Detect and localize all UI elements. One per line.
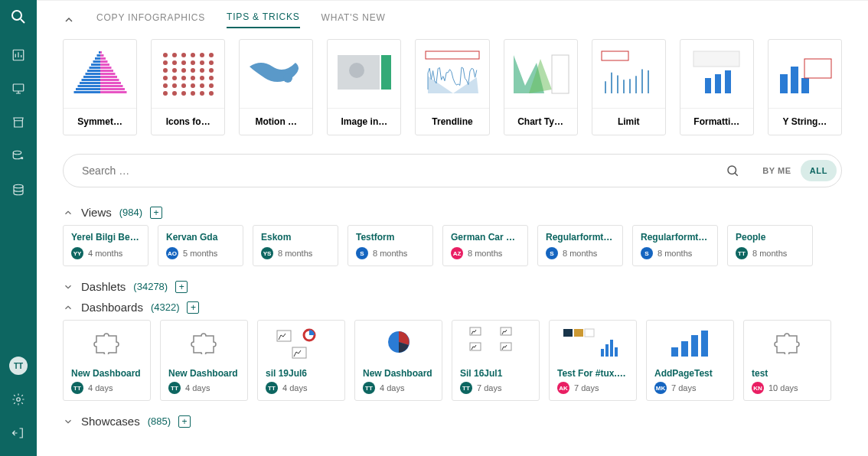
dashboard-title: Test For #tux.5… (557, 368, 628, 379)
tip-cards-row: Symmet…Icons fo…Motion …Image in…Trendli… (63, 39, 842, 135)
tip-card[interactable]: Motion … (239, 39, 313, 135)
dashboard-item[interactable]: sil 19Jul6TT4 days (257, 320, 345, 401)
svg-rect-87 (715, 74, 721, 93)
add-showcase-button[interactable]: + (178, 415, 191, 428)
avatar: AK (557, 382, 569, 394)
tip-thumb (504, 40, 577, 109)
nav-monitor-icon[interactable] (6, 77, 31, 101)
svg-rect-92 (804, 59, 831, 78)
chevron-down-icon[interactable] (63, 282, 73, 292)
avatar: S (641, 247, 653, 259)
nav-data-icon[interactable] (6, 144, 31, 168)
nav-store-icon[interactable] (6, 110, 31, 135)
tip-card[interactable]: Y String… (768, 39, 842, 135)
tip-card[interactable]: Formatti… (680, 39, 754, 135)
svg-rect-21 (100, 73, 116, 75)
svg-point-41 (172, 60, 177, 65)
view-item[interactable]: Regularformte…S8 months (537, 225, 623, 266)
search-input[interactable] (82, 164, 712, 177)
add-dashboard-button[interactable]: + (187, 301, 199, 314)
chevron-up-icon[interactable] (63, 302, 73, 313)
svg-rect-17 (100, 67, 112, 69)
svg-rect-26 (80, 82, 100, 84)
svg-rect-112 (701, 331, 708, 357)
svg-rect-14 (91, 64, 100, 66)
tip-card[interactable]: Trendline (415, 39, 489, 135)
avatar: TT (168, 382, 181, 394)
view-item[interactable]: TestformS8 months (348, 225, 433, 266)
dashboard-item[interactable]: New DashboardTT4 days (354, 320, 442, 401)
view-item[interactable]: Regularformte…S8 months (632, 225, 718, 266)
nav-database-icon[interactable] (6, 178, 31, 202)
view-item[interactable]: German Car Da…AZ8 months (442, 225, 528, 266)
tab-whats-new[interactable]: WHAT'S NEW (321, 12, 386, 28)
nav-dashboard-icon[interactable] (6, 43, 31, 67)
chevron-down-icon[interactable] (63, 416, 73, 427)
dashboard-thumb (64, 321, 150, 363)
svg-point-67 (191, 91, 195, 96)
dashboard-time: 7 days (671, 383, 696, 392)
dashboard-time: 10 days (768, 383, 798, 392)
filter-by-me[interactable]: BY ME (753, 160, 801, 181)
chevron-up-icon[interactable] (63, 207, 73, 218)
add-view-button[interactable]: + (150, 207, 162, 219)
svg-rect-88 (725, 70, 731, 93)
svg-point-38 (200, 53, 204, 57)
dashboard-item[interactable]: Test For #tux.5…AK7 days (549, 320, 637, 401)
dashboard-thumb (258, 321, 344, 363)
dashboard-item[interactable]: New DashboardTT4 days (63, 320, 151, 401)
avatar: MK (654, 382, 667, 394)
search-icon[interactable] (726, 164, 739, 178)
tip-card[interactable]: Image in… (327, 39, 401, 135)
svg-rect-89 (780, 74, 788, 93)
tab-tips-tricks[interactable]: TIPS & TRICKS (227, 11, 300, 28)
dashboard-item[interactable]: Sil 16Jul1TT7 days (452, 320, 540, 401)
view-item[interactable]: Yerel Bilgi Bele…YY4 months (63, 225, 148, 266)
svg-point-68 (200, 91, 204, 96)
tabs-row: COPY INFOGRAPHICS TIPS & TRICKS WHAT'S N… (63, 11, 842, 28)
view-time: 8 months (468, 249, 502, 258)
showcases-count: (885) (148, 415, 171, 427)
svg-rect-11 (100, 57, 106, 60)
dashboards-count: (4322) (151, 301, 180, 313)
logout-icon[interactable] (6, 421, 31, 445)
svg-rect-20 (85, 73, 100, 75)
settings-icon[interactable] (6, 387, 31, 412)
view-time: 5 months (183, 249, 217, 258)
svg-rect-72 (381, 55, 391, 90)
dashboard-item[interactable]: New DashboardTT4 days (160, 320, 248, 401)
showcases-title: Showcases (81, 415, 140, 428)
section-header-dashboards: Dashboards (4322) + (63, 301, 842, 314)
svg-point-69 (209, 91, 214, 96)
filter-all[interactable]: ALL (801, 160, 837, 181)
tip-card[interactable]: Chart Ty… (504, 39, 578, 135)
app-logo[interactable] (9, 8, 28, 26)
dashboard-item[interactable]: testKN10 days (743, 320, 831, 401)
dashboard-time: 7 days (477, 383, 501, 392)
svg-rect-7 (100, 51, 102, 54)
svg-point-45 (209, 60, 214, 65)
svg-rect-104 (585, 329, 594, 337)
tip-card[interactable]: Symmet… (63, 39, 137, 135)
svg-rect-105 (601, 349, 604, 357)
view-item[interactable]: Kervan GdaAO5 months (158, 225, 243, 266)
user-avatar-badge: TT (9, 357, 28, 375)
dashboard-item[interactable]: AddPageTestMK7 days (646, 320, 734, 401)
svg-rect-2 (13, 84, 24, 91)
collapse-tabs-icon[interactable] (63, 14, 75, 26)
avatar: YY (71, 247, 83, 259)
svg-point-66 (181, 91, 186, 96)
svg-rect-31 (100, 88, 125, 90)
svg-rect-86 (705, 78, 711, 93)
add-dashlet-button[interactable]: + (175, 281, 188, 293)
tip-card[interactable]: Icons fo… (151, 39, 225, 135)
svg-rect-13 (100, 60, 108, 63)
view-item[interactable]: EskomYS8 months (253, 225, 338, 266)
view-item[interactable]: PeopleTT8 months (727, 225, 813, 266)
svg-point-35 (172, 53, 177, 57)
tab-copy-infographics[interactable]: COPY INFOGRAPHICS (96, 12, 205, 28)
tip-card[interactable]: Limit (592, 39, 666, 135)
user-avatar[interactable]: TT (6, 353, 31, 378)
view-title: Eskom (261, 232, 330, 243)
view-title: Testform (356, 232, 425, 243)
